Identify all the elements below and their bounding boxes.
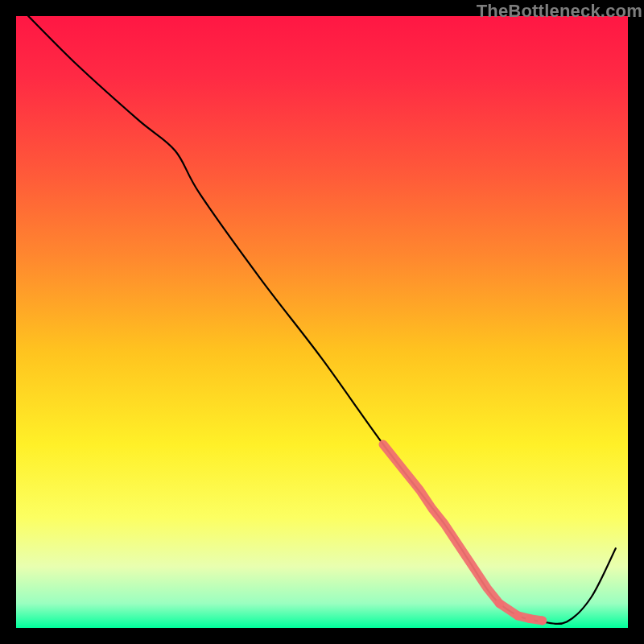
marker-dot bbox=[538, 616, 547, 625]
chart-background bbox=[16, 16, 628, 628]
marker-dot bbox=[526, 614, 535, 623]
marker-dot bbox=[495, 599, 504, 608]
watermark-text: TheBottleneck.com bbox=[477, 1, 642, 22]
chart-frame bbox=[16, 16, 628, 628]
marker-dot bbox=[514, 611, 522, 620]
chart-svg bbox=[16, 16, 628, 628]
